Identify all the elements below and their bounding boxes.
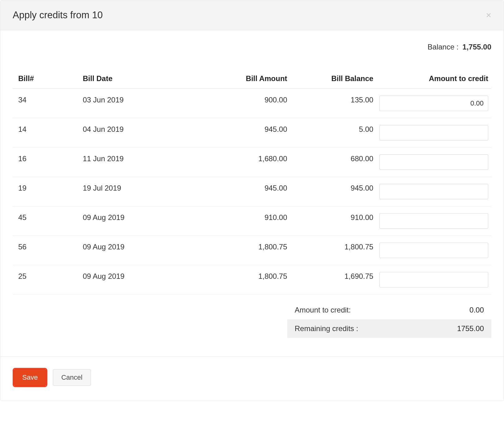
cell-bill-date: 09 Aug 2019 <box>80 265 185 295</box>
cell-bill-balance: 910.00 <box>290 206 377 236</box>
col-header-bill-date: Bill Date <box>80 70 185 89</box>
save-button-highlight: Save <box>13 368 47 387</box>
table-row: 4509 Aug 2019910.00910.00 <box>13 206 491 236</box>
cell-amount-to-credit <box>376 89 491 118</box>
table-row: 1611 Jun 20191,680.00680.00 <box>13 148 491 177</box>
cell-bill-date: 03 Jun 2019 <box>80 89 185 118</box>
cell-bill-amount: 1,800.75 <box>185 265 290 295</box>
cell-bill-balance: 1,800.75 <box>290 236 377 265</box>
amount-to-credit-input[interactable] <box>379 213 488 229</box>
cell-bill-no: 25 <box>13 265 80 295</box>
table-header-row: Bill# Bill Date Bill Amount Bill Balance… <box>13 70 491 89</box>
cancel-button[interactable]: Cancel <box>53 369 91 386</box>
cell-amount-to-credit <box>376 177 491 206</box>
amount-to-credit-input[interactable] <box>379 154 488 170</box>
amount-to-credit-input[interactable] <box>379 125 488 140</box>
cell-bill-no: 56 <box>13 236 80 265</box>
col-header-bill-balance: Bill Balance <box>290 70 377 89</box>
cell-bill-balance: 1,690.75 <box>290 265 377 295</box>
cell-amount-to-credit <box>376 236 491 265</box>
close-icon[interactable]: × <box>486 11 491 20</box>
cell-bill-no: 19 <box>13 177 80 206</box>
table-row: 1404 Jun 2019945.005.00 <box>13 118 491 148</box>
cell-bill-no: 34 <box>13 89 80 118</box>
cell-bill-balance: 135.00 <box>290 89 377 118</box>
dialog-title: Apply credits from 10 <box>13 10 103 21</box>
balance-label: Balance : <box>428 43 459 51</box>
amount-to-credit-input[interactable] <box>379 96 488 111</box>
amount-to-credit-input[interactable] <box>379 184 488 199</box>
cell-bill-date: 04 Jun 2019 <box>80 118 185 148</box>
apply-credits-dialog: Apply credits from 10 × Balance : 1,755.… <box>0 0 504 401</box>
summary-amount-value: 0.00 <box>469 306 484 314</box>
summary-remaining-label: Remaining credits : <box>295 324 358 333</box>
summary-amount-label: Amount to credit: <box>295 306 351 314</box>
cell-bill-amount: 945.00 <box>185 177 290 206</box>
dialog-body: Balance : 1,755.00 Bill# Bill Date Bill … <box>0 30 504 338</box>
cell-bill-no: 16 <box>13 148 80 177</box>
summary-panel: Amount to credit: 0.00 Remaining credits… <box>287 301 491 338</box>
cell-bill-balance: 680.00 <box>290 148 377 177</box>
cell-bill-no: 14 <box>13 118 80 148</box>
cell-bill-no: 45 <box>13 206 80 236</box>
summary-remaining-row: Remaining credits : 1755.00 <box>287 319 491 338</box>
cell-bill-date: 11 Jun 2019 <box>80 148 185 177</box>
cell-bill-balance: 5.00 <box>290 118 377 148</box>
cell-amount-to-credit <box>376 206 491 236</box>
col-header-amount-to-credit: Amount to credit <box>376 70 491 89</box>
cell-bill-amount: 945.00 <box>185 118 290 148</box>
dialog-footer: Save Cancel <box>0 356 504 401</box>
cell-amount-to-credit <box>376 265 491 295</box>
cell-bill-amount: 910.00 <box>185 206 290 236</box>
cell-bill-amount: 900.00 <box>185 89 290 118</box>
table-row: 3403 Jun 2019900.00135.00 <box>13 89 491 118</box>
summary-amount-row: Amount to credit: 0.00 <box>287 301 491 319</box>
table-row: 1919 Jul 2019945.00945.00 <box>13 177 491 206</box>
dialog-header: Apply credits from 10 × <box>0 0 504 30</box>
cell-bill-date: 09 Aug 2019 <box>80 206 185 236</box>
amount-to-credit-input[interactable] <box>379 243 488 258</box>
cell-bill-date: 09 Aug 2019 <box>80 236 185 265</box>
cell-amount-to-credit <box>376 148 491 177</box>
table-row: 2509 Aug 20191,800.751,690.75 <box>13 265 491 295</box>
col-header-bill-no: Bill# <box>13 70 80 89</box>
cell-amount-to-credit <box>376 118 491 148</box>
balance-value: 1,755.00 <box>463 43 491 51</box>
col-header-bill-amount: Bill Amount <box>185 70 290 89</box>
save-button[interactable]: Save <box>14 369 46 386</box>
summary-remaining-value: 1755.00 <box>457 324 484 333</box>
amount-to-credit-input[interactable] <box>379 272 488 287</box>
table-row: 5609 Aug 20191,800.751,800.75 <box>13 236 491 265</box>
cell-bill-amount: 1,800.75 <box>185 236 290 265</box>
balance-readout: Balance : 1,755.00 <box>13 43 491 51</box>
bills-table: Bill# Bill Date Bill Amount Bill Balance… <box>13 70 491 295</box>
cell-bill-balance: 945.00 <box>290 177 377 206</box>
cell-bill-amount: 1,680.00 <box>185 148 290 177</box>
cell-bill-date: 19 Jul 2019 <box>80 177 185 206</box>
